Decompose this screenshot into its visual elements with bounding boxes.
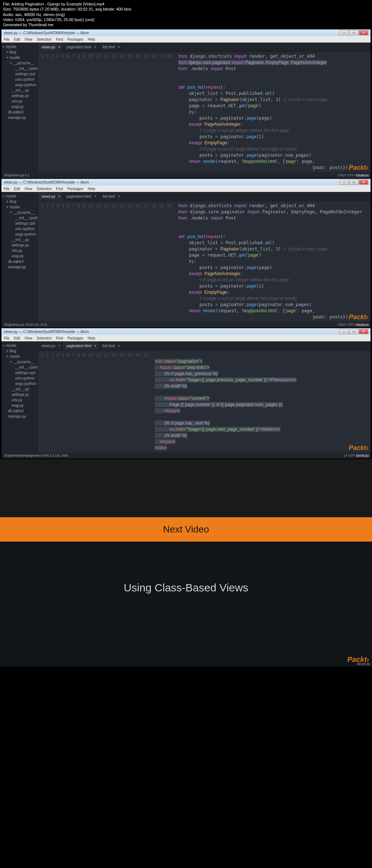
titlebar[interactable]: views.py — C:\Windows\SysWOW64\mysite — … bbox=[1, 29, 371, 36]
maximize-button[interactable]: ▭ bbox=[349, 329, 359, 334]
tree-item-wsgi-py[interactable]: wsgi.py bbox=[1, 403, 37, 408]
tab-list-html[interactable]: list.html× bbox=[99, 192, 122, 201]
maximize-button[interactable]: ▭ bbox=[349, 180, 359, 185]
code-editor[interactable]: 1 2 3 4 5 6 7 8 9 10 11 12 13 14 15 16 1… bbox=[38, 52, 371, 172]
tree-item-mysite[interactable]: ▸mysite bbox=[1, 343, 37, 348]
tree-item-db-sqlite3[interactable]: db.sqlite3 bbox=[1, 408, 37, 414]
minimize-button[interactable]: — bbox=[339, 329, 349, 334]
tree-item-manage-py[interactable]: manage.py bbox=[1, 414, 37, 419]
menu-edit[interactable]: Edit bbox=[14, 336, 20, 340]
tree-item-mysite[interactable]: ▾mysite bbox=[1, 354, 37, 359]
tree-item---pycache--[interactable]: ▾__pycache__ bbox=[1, 359, 37, 365]
tree-item-blog[interactable]: ▾blog bbox=[1, 348, 37, 354]
tree-item-settings-cpyt[interactable]: settings.cpyt bbox=[1, 221, 37, 226]
maximize-button[interactable]: ▭ bbox=[349, 30, 359, 35]
tree-item-wsgi-cpython[interactable]: wsgi.cpython bbox=[1, 82, 37, 88]
menu-file[interactable]: File bbox=[4, 187, 9, 191]
menu-edit[interactable]: Edit bbox=[14, 37, 20, 41]
menu-view[interactable]: View bbox=[24, 37, 32, 41]
close-icon[interactable]: × bbox=[58, 194, 61, 198]
tab-views-py[interactable]: views.py× bbox=[38, 192, 63, 201]
close-icon[interactable]: × bbox=[118, 194, 120, 198]
tab-list-html[interactable]: list.html× bbox=[99, 43, 122, 52]
code-content[interactable]: from django.shortcuts import render, get… bbox=[175, 201, 371, 322]
close-icon[interactable]: × bbox=[118, 344, 120, 348]
tree-item---init---py[interactable]: __init__.py bbox=[1, 88, 37, 93]
minimize-button[interactable]: — bbox=[339, 30, 349, 35]
tab-list-html[interactable]: list.html× bbox=[99, 341, 122, 350]
menu-help[interactable]: Help bbox=[88, 37, 95, 41]
tree-item-wsgi-cpython[interactable]: wsgi.cpython bbox=[1, 232, 37, 237]
file-tree[interactable]: ▸mysite▾blog▾mysite▾__pycache____init__.… bbox=[1, 43, 38, 172]
close-icon[interactable]: × bbox=[58, 344, 61, 348]
close-icon[interactable]: × bbox=[94, 194, 96, 198]
tab-pagination-html[interactable]: pagination.html× bbox=[63, 192, 99, 201]
tree-item-settings-py[interactable]: settings.py bbox=[1, 93, 37, 99]
close-button[interactable]: ✕ bbox=[359, 180, 368, 185]
minimize-button[interactable]: — bbox=[339, 180, 349, 185]
file-tree[interactable]: ▸mysite▾blog▾mysite▾__pycache____init__.… bbox=[1, 192, 38, 322]
menu-packages[interactable]: Packages bbox=[67, 336, 83, 340]
menu-view[interactable]: View bbox=[24, 336, 32, 340]
tree-item-manage-py[interactable]: manage.py bbox=[1, 264, 37, 270]
menu-packages[interactable]: Packages bbox=[67, 187, 83, 191]
tree-item-mysite[interactable]: ▾mysite bbox=[1, 55, 37, 60]
close-icon[interactable]: × bbox=[94, 45, 96, 49]
tree-item---init---cpyth[interactable]: __init__.cpyth bbox=[1, 66, 37, 71]
tree-item-wsgi-py[interactable]: wsgi.py bbox=[1, 104, 37, 109]
menu-find[interactable]: Find bbox=[56, 187, 63, 191]
menu-find[interactable]: Find bbox=[56, 37, 63, 41]
close-icon[interactable]: × bbox=[58, 45, 61, 49]
code-content[interactable]: <div class="pagination"> <span class="st… bbox=[152, 351, 371, 453]
close-icon[interactable]: × bbox=[94, 344, 96, 348]
code-editor[interactable]: 1 2 3 4 5 6 7 8 9 10 11 12 13 14 15 16 1… bbox=[38, 351, 371, 453]
tree-item-wsgi-cpython[interactable]: wsgi.cpython bbox=[1, 381, 37, 386]
tree-item-mysite[interactable]: ▸mysite bbox=[1, 44, 37, 49]
tree-item-urls-py[interactable]: urls.py bbox=[1, 248, 37, 253]
menu-help[interactable]: Help bbox=[88, 187, 95, 191]
tree-item-urls-cpython[interactable]: urls.cpython bbox=[1, 226, 37, 232]
menu-find[interactable]: Find bbox=[56, 336, 63, 340]
tree-item---pycache--[interactable]: ▾__pycache__ bbox=[1, 60, 37, 66]
file-tree[interactable]: ▸mysite▾blog▾mysite▾__pycache____init__.… bbox=[1, 341, 38, 453]
menu-file[interactable]: File bbox=[4, 336, 9, 340]
code-content[interactable]: from django.shortcuts import render, get… bbox=[175, 52, 371, 172]
tree-item-mysite[interactable]: ▾mysite bbox=[1, 204, 37, 210]
tree-item-settings-cpyt[interactable]: settings.cpyt bbox=[1, 370, 37, 375]
code-editor[interactable]: 1 2 3 4 5 6 7 8 9 10 11 12 13 14 15 16 1… bbox=[38, 201, 371, 322]
tree-item-settings-py[interactable]: settings.py bbox=[1, 242, 37, 248]
tree-item-manage-py[interactable]: manage.py bbox=[1, 115, 37, 120]
titlebar[interactable]: views.py — C:\Windows\SysWOW64\mysite — … bbox=[1, 179, 371, 185]
tree-item-wsgi-py[interactable]: wsgi.py bbox=[1, 253, 37, 259]
titlebar[interactable]: views.py — C:\Windows\SysWOW64\mysite — … bbox=[1, 328, 371, 335]
tab-pagination-html[interactable]: pagination.html× bbox=[63, 43, 99, 52]
tree-item-blog[interactable]: ▾blog bbox=[1, 49, 37, 55]
menu-selection[interactable]: Selection bbox=[37, 37, 52, 41]
tree-item-urls-py[interactable]: urls.py bbox=[1, 397, 37, 403]
tab-views-py[interactable]: views.py× bbox=[38, 341, 63, 350]
close-button[interactable]: ✕ bbox=[359, 329, 368, 334]
tree-item-urls-py[interactable]: urls.py bbox=[1, 99, 37, 104]
tree-item-settings-cpyt[interactable]: settings.cpyt bbox=[1, 71, 37, 77]
tree-item-db-sqlite3[interactable]: db.sqlite3 bbox=[1, 109, 37, 115]
tree-item-settings-py[interactable]: settings.py bbox=[1, 392, 37, 397]
tree-item---init---cpyth[interactable]: __init__.cpyth bbox=[1, 365, 37, 370]
menu-selection[interactable]: Selection bbox=[37, 187, 52, 191]
tree-item-mysite[interactable]: ▸mysite bbox=[1, 193, 37, 199]
tab-views-py[interactable]: views.py× bbox=[38, 43, 63, 52]
tree-item-blog[interactable]: ▾blog bbox=[1, 199, 37, 204]
tree-item-db-sqlite3[interactable]: db.sqlite3 bbox=[1, 259, 37, 264]
tree-item-urls-cpython[interactable]: urls.cpython bbox=[1, 77, 37, 82]
tree-item---init---py[interactable]: __init__.py bbox=[1, 237, 37, 242]
close-button[interactable]: ✕ bbox=[359, 30, 368, 35]
menu-edit[interactable]: Edit bbox=[14, 187, 20, 191]
close-icon[interactable]: × bbox=[118, 45, 120, 49]
tree-item---init---py[interactable]: __init__.py bbox=[1, 386, 37, 392]
tree-item---pycache--[interactable]: ▾__pycache__ bbox=[1, 210, 37, 215]
menu-file[interactable]: File bbox=[4, 37, 9, 41]
menu-packages[interactable]: Packages bbox=[67, 37, 83, 41]
tab-pagination-html[interactable]: pagination.html× bbox=[63, 341, 99, 350]
menu-view[interactable]: View bbox=[24, 187, 32, 191]
tree-item---init---cpyth[interactable]: __init__.cpyth bbox=[1, 215, 37, 221]
menu-selection[interactable]: Selection bbox=[37, 336, 52, 340]
